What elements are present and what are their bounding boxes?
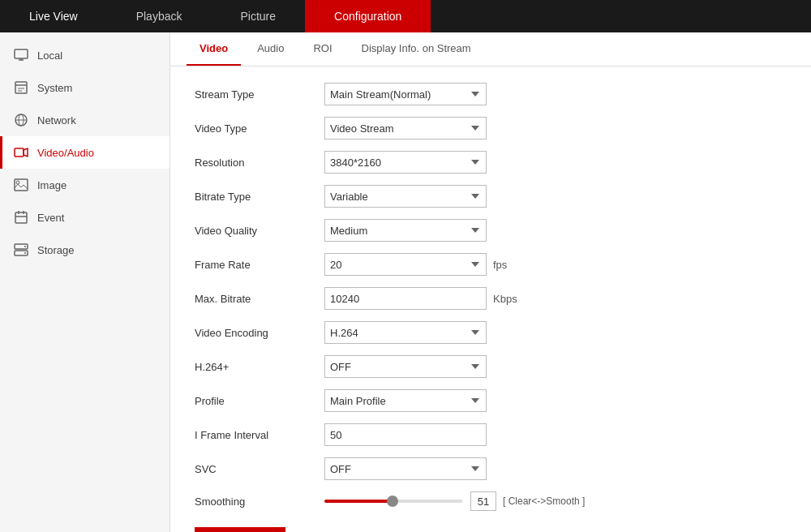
video-encoding-row: Video Encoding H.264 H.265 MJPEG xyxy=(195,321,787,344)
max-bitrate-input[interactable]: 10240 xyxy=(324,287,487,310)
svg-rect-3 xyxy=(15,82,27,93)
sidebar-item-event[interactable]: Event xyxy=(0,201,169,234)
resolution-select[interactable]: 3840*2160 1920*1080 1280*720 xyxy=(324,151,487,174)
smoothing-value-box: 51 xyxy=(470,491,496,511)
max-bitrate-suffix: Kbps xyxy=(493,293,517,305)
system-icon xyxy=(13,79,29,96)
sidebar-item-video-audio[interactable]: Video/Audio xyxy=(0,136,169,169)
svc-row: SVC OFF ON xyxy=(195,457,787,480)
h264plus-row: H.264+ OFF ON xyxy=(195,355,787,378)
main-layout: Local System Network xyxy=(0,32,811,532)
svg-rect-10 xyxy=(15,148,24,157)
sidebar-item-local[interactable]: Local xyxy=(0,39,169,71)
sidebar-item-network[interactable]: Network xyxy=(0,104,169,136)
smoothing-row: Smoothing 51 [ Clear<->Smooth ] xyxy=(195,491,787,511)
sidebar-item-system[interactable]: System xyxy=(0,71,169,104)
svc-label: SVC xyxy=(195,463,324,475)
video-quality-select[interactable]: Lowest Lower Low Medium Higher Highest xyxy=(324,219,487,242)
stream-type-select[interactable]: Main Stream(Normal) Sub Stream Third Str… xyxy=(324,83,487,105)
tab-video[interactable]: Video xyxy=(187,32,241,66)
sidebar: Local System Network xyxy=(0,32,170,532)
tab-roi[interactable]: ROI xyxy=(300,32,345,66)
svg-marker-11 xyxy=(24,148,28,157)
main-content: Video Audio ROI Display Info. on Stream … xyxy=(170,32,811,532)
storage-icon xyxy=(13,242,29,258)
save-button[interactable]: Save xyxy=(195,527,285,532)
frame-rate-label: Frame Rate xyxy=(195,259,324,271)
monitor-icon xyxy=(13,47,29,63)
video-icon xyxy=(13,144,29,161)
nav-configuration[interactable]: Configuration xyxy=(305,0,431,32)
frame-rate-row: Frame Rate 151015202530 fps xyxy=(195,253,787,276)
svc-select[interactable]: OFF ON xyxy=(324,457,487,480)
profile-select[interactable]: Main Profile High Profile Baseline Profi… xyxy=(324,389,487,412)
tab-display-info[interactable]: Display Info. on Stream xyxy=(349,32,484,66)
video-quality-row: Video Quality Lowest Lower Low Medium Hi… xyxy=(195,219,787,242)
video-encoding-select[interactable]: H.264 H.265 MJPEG xyxy=(324,321,487,344)
smoothing-slider-container: 51 [ Clear<->Smooth ] xyxy=(324,491,585,511)
bitrate-type-label: Bitrate Type xyxy=(195,191,324,203)
resolution-label: Resolution xyxy=(195,157,324,169)
event-icon xyxy=(13,209,29,225)
sidebar-label-network: Network xyxy=(37,114,76,127)
smoothing-slider-thumb[interactable] xyxy=(387,496,398,507)
max-bitrate-label: Max. Bitrate xyxy=(195,293,324,305)
svg-point-21 xyxy=(24,252,26,254)
stream-type-row: Stream Type Main Stream(Normal) Sub Stre… xyxy=(195,83,787,105)
frame-rate-suffix: fps xyxy=(493,259,507,271)
sidebar-item-storage[interactable]: Storage xyxy=(0,234,169,266)
video-type-label: Video Type xyxy=(195,122,324,135)
bitrate-type-select[interactable]: Variable Constant xyxy=(324,185,487,208)
stream-type-label: Stream Type xyxy=(195,88,324,101)
sidebar-label-image: Image xyxy=(37,179,67,191)
sidebar-label-video-audio: Video/Audio xyxy=(37,147,94,159)
video-quality-label: Video Quality xyxy=(195,225,324,237)
svg-rect-14 xyxy=(15,212,27,223)
svg-rect-0 xyxy=(15,49,28,58)
video-type-row: Video Type Video Stream Video&Audio xyxy=(195,117,787,139)
nav-playback[interactable]: Playback xyxy=(107,0,212,32)
nav-picture[interactable]: Picture xyxy=(211,0,305,32)
sidebar-item-image[interactable]: Image xyxy=(0,169,169,201)
tab-bar: Video Audio ROI Display Info. on Stream xyxy=(170,32,811,66)
profile-row: Profile Main Profile High Profile Baseli… xyxy=(195,389,787,412)
resolution-row: Resolution 3840*2160 1920*1080 1280*720 xyxy=(195,151,787,174)
nav-live-view[interactable]: Live View xyxy=(0,0,107,32)
top-navigation: Live View Playback Picture Configuration xyxy=(0,0,811,32)
h264plus-label: H.264+ xyxy=(195,361,324,373)
profile-label: Profile xyxy=(195,395,324,407)
sidebar-label-storage: Storage xyxy=(37,244,75,256)
video-type-select[interactable]: Video Stream Video&Audio xyxy=(324,117,487,139)
smoothing-label: Smoothing xyxy=(195,496,324,508)
smoothing-slider-track[interactable] xyxy=(324,500,462,503)
video-encoding-label: Video Encoding xyxy=(195,327,324,339)
svg-point-20 xyxy=(24,246,26,247)
sidebar-label-local: Local xyxy=(37,49,62,62)
iframe-interval-label: I Frame Interval xyxy=(195,429,324,441)
smoothing-range-label: [ Clear<->Smooth ] xyxy=(503,496,585,507)
bitrate-type-row: Bitrate Type Variable Constant xyxy=(195,185,787,208)
sidebar-label-event: Event xyxy=(37,212,64,224)
h264plus-select[interactable]: OFF ON xyxy=(324,355,487,378)
frame-rate-select[interactable]: 151015202530 xyxy=(324,253,487,276)
max-bitrate-row: Max. Bitrate 10240 Kbps xyxy=(195,287,787,310)
iframe-interval-row: I Frame Interval 50 xyxy=(195,423,787,446)
sidebar-label-system: System xyxy=(37,82,72,94)
video-settings-form: Stream Type Main Stream(Normal) Sub Stre… xyxy=(170,66,811,532)
iframe-interval-input[interactable]: 50 xyxy=(324,423,487,446)
globe-icon xyxy=(13,112,29,128)
image-icon xyxy=(13,177,29,193)
smoothing-slider-fill xyxy=(324,500,389,503)
tab-audio[interactable]: Audio xyxy=(244,32,297,66)
